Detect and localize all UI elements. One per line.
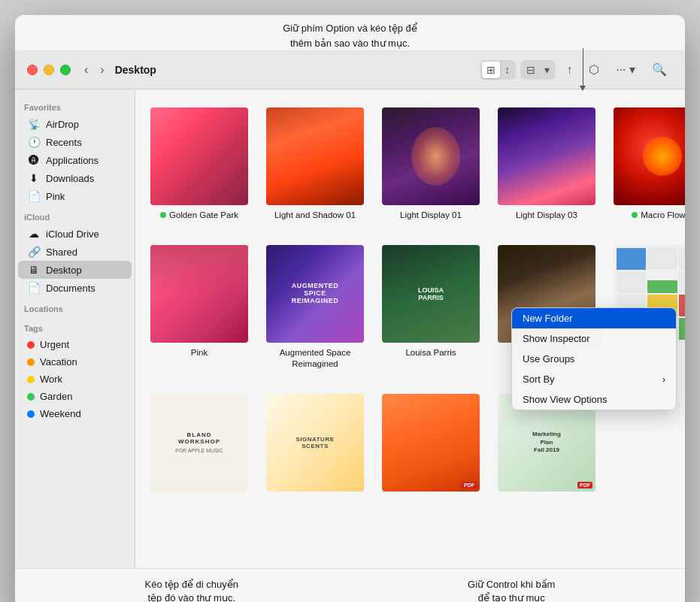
context-menu-item-label: Show View Options bbox=[523, 394, 608, 405]
sidebar-item-recents[interactable]: 🕐 Recents bbox=[18, 133, 132, 151]
sidebar-item-shared[interactable]: 🔗 Shared bbox=[18, 243, 132, 261]
file-item-light-display03[interactable]: Light Display 03 bbox=[495, 101, 598, 227]
file-label-row: Light and Shadow 01 bbox=[274, 210, 356, 221]
icloud-drive-icon: ☁ bbox=[27, 228, 41, 240]
finder-window: Giữ phím Option và kéo tệp để thêm bản s… bbox=[15, 15, 685, 602]
status-dot-green bbox=[632, 212, 638, 218]
traffic-lights bbox=[27, 65, 71, 75]
sidebar-item-weekend[interactable]: Weekend bbox=[18, 405, 132, 422]
file-item-signature[interactable]: SIGNATURESCENTS bbox=[263, 388, 367, 502]
file-thumb-lora: PDF bbox=[382, 394, 480, 492]
urgent-tag-dot bbox=[27, 341, 35, 349]
shared-icon: 🔗 bbox=[27, 246, 41, 258]
tag-button[interactable]: ⬡ bbox=[583, 59, 605, 80]
sidebar-item-label: Garden bbox=[40, 391, 72, 402]
file-label-row: Light Display 03 bbox=[516, 210, 577, 221]
file-label: Pink bbox=[191, 347, 208, 358]
context-menu-sort-by[interactable]: Sort By › bbox=[512, 369, 676, 389]
sidebar-item-label: Desktop bbox=[46, 265, 82, 276]
sidebar-item-garden[interactable]: Garden bbox=[18, 388, 132, 405]
file-item-augmented[interactable]: AUGMENTEDSPICEREIMAGINED Augmented Space… bbox=[263, 239, 367, 376]
file-item-louisa[interactable]: LOUISAPARRIS Louisa Parris bbox=[379, 239, 483, 376]
file-thumb-light-display03 bbox=[498, 107, 595, 205]
bottom-annotations: Kéo tệp để di chuyển tệp đó vào thư mục.… bbox=[15, 568, 685, 602]
garden-tag-dot bbox=[27, 393, 35, 401]
nav-buttons: ‹ › bbox=[80, 60, 109, 80]
group-button[interactable]: ⊟ bbox=[522, 62, 540, 78]
grid-view-button[interactable]: ⊞ bbox=[482, 62, 500, 78]
status-dot-green bbox=[160, 212, 166, 218]
file-label: Light Display 01 bbox=[400, 210, 462, 221]
toolbar-actions: ⊞ ↕ ⊟ ▾ ↑ ⬡ ··· ▾ 🔍 bbox=[480, 59, 673, 80]
group-view-toggle: ⊟ ▾ bbox=[520, 60, 556, 80]
applications-icon: 🅐 bbox=[27, 154, 41, 166]
sidebar-item-label: Downloads bbox=[46, 173, 94, 184]
tags-header: Tags bbox=[15, 316, 135, 336]
close-button[interactable] bbox=[27, 65, 38, 75]
sidebar-item-applications[interactable]: 🅐 Applications bbox=[18, 151, 132, 169]
file-thumb-pink bbox=[150, 245, 248, 343]
file-area[interactable]: Golden Gate Park Light and Shadow 01 bbox=[135, 89, 685, 568]
context-menu-show-inspector[interactable]: Show Inspector bbox=[512, 328, 676, 349]
sidebar-item-icloud-drive[interactable]: ☁ iCloud Drive bbox=[18, 225, 132, 243]
file-label-row: Pink bbox=[191, 347, 208, 358]
top-annotation-text: Giữ phím Option và kéo tệp để thêm bản s… bbox=[283, 23, 417, 49]
view-toggle: ⊞ ↕ bbox=[480, 60, 516, 80]
sidebar-item-vacation[interactable]: Vacation bbox=[18, 353, 132, 371]
weekend-tag-dot bbox=[27, 410, 35, 418]
context-menu-item-label: New Folder bbox=[523, 313, 572, 324]
maximize-button[interactable] bbox=[60, 65, 71, 75]
sidebar-item-pink[interactable]: 📄 Pink bbox=[18, 187, 132, 205]
more-button[interactable]: ··· ▾ bbox=[610, 59, 641, 80]
sidebar-item-label: Urgent bbox=[40, 339, 69, 350]
file-label: Louisa Parris bbox=[405, 347, 456, 358]
sidebar-item-label: Shared bbox=[46, 247, 77, 258]
sort-view-button[interactable]: ↕ bbox=[500, 62, 514, 78]
file-item-bland[interactable]: BLANDWORKSHOP FOR APPLE MUSIC bbox=[147, 388, 251, 502]
context-menu-use-groups[interactable]: Use Groups bbox=[512, 349, 676, 369]
annotation-line bbox=[583, 48, 583, 90]
desktop-icon: 🖥 bbox=[27, 264, 41, 276]
file-item-macro-flower[interactable]: Macro Flower bbox=[611, 101, 685, 227]
pink-doc-icon: 📄 bbox=[27, 190, 41, 202]
context-menu-new-folder[interactable]: New Folder bbox=[512, 308, 676, 328]
sidebar-item-label: Work bbox=[40, 374, 62, 385]
sidebar-item-label: Vacation bbox=[40, 356, 77, 368]
context-menu-item-label: Show Inspector bbox=[523, 333, 590, 344]
favorites-header: Favorites bbox=[15, 95, 135, 115]
back-button[interactable]: ‹ bbox=[80, 60, 92, 80]
file-item-light-display01[interactable]: Light Display 01 bbox=[379, 101, 483, 227]
file-thumb-louisa: LOUISAPARRIS bbox=[382, 245, 480, 343]
forward-button[interactable]: › bbox=[95, 60, 108, 80]
minimize-button[interactable] bbox=[44, 65, 54, 75]
group-dropdown-button[interactable]: ▾ bbox=[540, 62, 554, 78]
sidebar-item-documents[interactable]: 📄 Documents bbox=[18, 279, 132, 297]
file-grid: Golden Gate Park Light and Shadow 01 bbox=[147, 101, 673, 502]
file-item-light-shadow[interactable]: Light and Shadow 01 bbox=[263, 101, 367, 227]
file-label: Light Display 03 bbox=[516, 210, 577, 221]
file-item-golden-gate[interactable]: Golden Gate Park bbox=[147, 101, 251, 227]
file-item-pink[interactable]: Pink bbox=[147, 239, 251, 376]
sidebar-item-desktop[interactable]: 🖥 Desktop bbox=[18, 261, 132, 279]
sidebar-item-urgent[interactable]: Urgent bbox=[18, 336, 132, 353]
share-button[interactable]: ↑ bbox=[560, 60, 578, 80]
top-annotation: Giữ phím Option và kéo tệp để thêm bản s… bbox=[15, 15, 685, 50]
file-label-row: Macro Flower bbox=[632, 210, 685, 221]
file-thumb-light-shadow bbox=[266, 107, 364, 205]
downloads-icon: ⬇ bbox=[27, 172, 41, 184]
sidebar-item-airdrop[interactable]: 📡 AirDrop bbox=[18, 115, 132, 133]
context-menu-show-view-options[interactable]: Show View Options bbox=[512, 389, 676, 410]
context-menu-item-label: Sort By bbox=[523, 374, 555, 385]
submenu-arrow-icon: › bbox=[662, 374, 665, 385]
sidebar-item-label: iCloud Drive bbox=[46, 228, 99, 240]
documents-icon: 📄 bbox=[27, 282, 41, 294]
sidebar-item-label: Weekend bbox=[40, 408, 81, 419]
sidebar-item-label: AirDrop bbox=[46, 119, 79, 130]
sidebar-item-work[interactable]: Work bbox=[18, 371, 132, 388]
context-menu: New Folder Show Inspector Use Groups Sor… bbox=[511, 307, 677, 410]
file-item-lora[interactable]: PDF bbox=[379, 388, 483, 502]
search-button[interactable]: 🔍 bbox=[646, 59, 673, 80]
locations-header: Locations bbox=[15, 297, 135, 316]
sidebar-item-downloads[interactable]: ⬇ Downloads bbox=[18, 169, 132, 187]
main-content: Favorites 📡 AirDrop 🕐 Recents 🅐 Applicat… bbox=[15, 89, 685, 568]
